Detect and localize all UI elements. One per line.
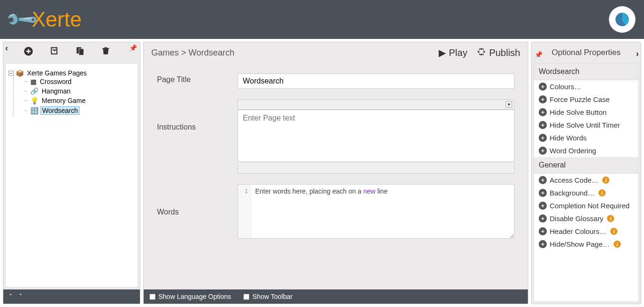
property-item[interactable]: +Hide Words: [534, 131, 638, 144]
line-gutter: 1: [238, 185, 251, 238]
property-item[interactable]: +Completion Not Required: [534, 199, 638, 212]
copy-icon[interactable]: [75, 46, 85, 59]
bottom-bar: Show Language Options Show Toolbar: [144, 289, 528, 304]
tree-panel: ‹ 📌 −: [3, 42, 140, 304]
info-icon[interactable]: i: [614, 241, 621, 248]
pin-icon[interactable]: 📌: [129, 44, 137, 52]
svg-rect-6: [484, 51, 485, 52]
svg-rect-3: [79, 49, 84, 55]
wordsearch-icon: 🔢: [30, 107, 38, 114]
instructions-label: Instructions: [157, 99, 238, 174]
words-label: Words: [157, 184, 238, 239]
plus-icon: +: [539, 147, 547, 155]
collapse-left-icon[interactable]: ‹: [5, 43, 8, 53]
instructions-textarea[interactable]: [238, 110, 515, 162]
show-toolbar-checkbox[interactable]: Show Toolbar: [243, 293, 293, 300]
section-wordsearch: Wordsearch: [534, 64, 638, 80]
info-icon[interactable]: i: [607, 215, 614, 222]
plus-icon: +: [539, 176, 547, 184]
plus-icon: +: [539, 214, 547, 223]
editor-toolbar[interactable]: ▾: [238, 99, 515, 110]
info-icon[interactable]: i: [610, 228, 617, 235]
words-content[interactable]: Enter words here, placing each on a new …: [251, 185, 391, 238]
plus-icon: +: [539, 108, 547, 116]
duplicate-icon[interactable]: [50, 46, 59, 59]
plus-icon: +: [539, 227, 547, 235]
breadcrumb: Games > Wordsearch: [151, 48, 234, 58]
property-item[interactable]: +Force Puzzle Case: [534, 93, 638, 106]
property-item[interactable]: +Header Colours…i: [534, 225, 638, 238]
property-item[interactable]: +Background…i: [534, 186, 638, 199]
tree-root[interactable]: − 📦 Xerte Games Pages: [9, 69, 135, 77]
property-item[interactable]: +Hide/Show Page…i: [534, 238, 638, 251]
plus-icon: +: [539, 240, 547, 248]
plus-icon: +: [539, 202, 547, 210]
dropdown-icon[interactable]: ▾: [506, 101, 512, 108]
property-item[interactable]: +Hide Solve Button: [534, 106, 638, 119]
svg-rect-5: [478, 51, 479, 52]
svg-rect-4: [481, 48, 482, 49]
info-icon[interactable]: i: [598, 189, 606, 196]
property-item[interactable]: +Hide Solve Until Timer: [534, 119, 638, 131]
publish-button[interactable]: Publish: [477, 47, 520, 59]
words-editor[interactable]: 1 Enter words here, placing each on a ne…: [238, 184, 515, 239]
nav-arrows: ˄ ˅: [3, 289, 140, 304]
tree-item-wordsearch[interactable]: ┈🔢Wordsearch: [24, 106, 135, 115]
properties-list[interactable]: Wordsearch +Colours…+Force Puzzle Case+H…: [534, 63, 639, 302]
delete-icon[interactable]: [101, 46, 110, 59]
grid-icon: ▦: [30, 78, 37, 85]
plus-icon: +: [539, 83, 547, 91]
pin-icon[interactable]: 📌: [534, 44, 543, 65]
page-title-label: Page Title: [157, 74, 238, 89]
bulb-icon: 💡: [30, 97, 38, 104]
show-language-checkbox[interactable]: Show Language Options: [149, 293, 231, 300]
plus-icon: +: [539, 95, 547, 103]
property-item[interactable]: +Access Code…i: [534, 174, 638, 186]
nav-up-icon[interactable]: ˄: [9, 293, 12, 300]
globe-icon: [477, 47, 486, 59]
box-icon: 📦: [16, 69, 24, 77]
add-icon[interactable]: [23, 46, 34, 59]
logo: 🔧 Xerte: [9, 7, 82, 32]
plus-icon: +: [539, 134, 547, 142]
hangman-icon: 🔗: [30, 87, 38, 95]
editor-statusbar: [238, 163, 515, 174]
nav-down-icon[interactable]: ˅: [19, 293, 22, 300]
info-icon[interactable]: i: [602, 177, 609, 184]
wrench-icon: 🔧: [4, 1, 40, 37]
plus-icon: +: [539, 189, 547, 197]
editor-panel: Games > Wordsearch ▶ Play Publish Page T…: [143, 42, 528, 304]
property-item[interactable]: +Disable Glossaryi: [534, 212, 638, 225]
section-general: General: [534, 157, 638, 174]
page-tree[interactable]: − 📦 Xerte Games Pages ┈▦Crossword ┈🔗Hang…: [5, 63, 138, 288]
account-badge[interactable]: [609, 6, 635, 33]
properties-title: Optional Properties: [552, 48, 621, 57]
plus-icon: +: [539, 121, 547, 129]
properties-panel: 📌 Optional Properties › Wordsearch +Colo…: [531, 42, 641, 304]
app-logo-icon: [614, 11, 630, 28]
page-title-input[interactable]: [238, 74, 515, 89]
play-icon: ▶: [439, 47, 446, 58]
property-item[interactable]: +Colours…: [534, 80, 638, 93]
tree-item-hangman[interactable]: ┈🔗Hangman: [24, 87, 135, 95]
collapse-toggle[interactable]: −: [9, 71, 14, 76]
tree-item-memory[interactable]: ┈💡Memory Game: [24, 97, 135, 104]
top-bar: 🔧 Xerte: [0, 0, 644, 39]
tree-item-crossword[interactable]: ┈▦Crossword: [24, 78, 135, 85]
svg-rect-7: [481, 54, 482, 55]
play-button[interactable]: ▶ Play: [439, 47, 467, 59]
property-item[interactable]: +Word Ordering: [534, 144, 638, 157]
collapse-right-icon[interactable]: ›: [636, 43, 639, 64]
